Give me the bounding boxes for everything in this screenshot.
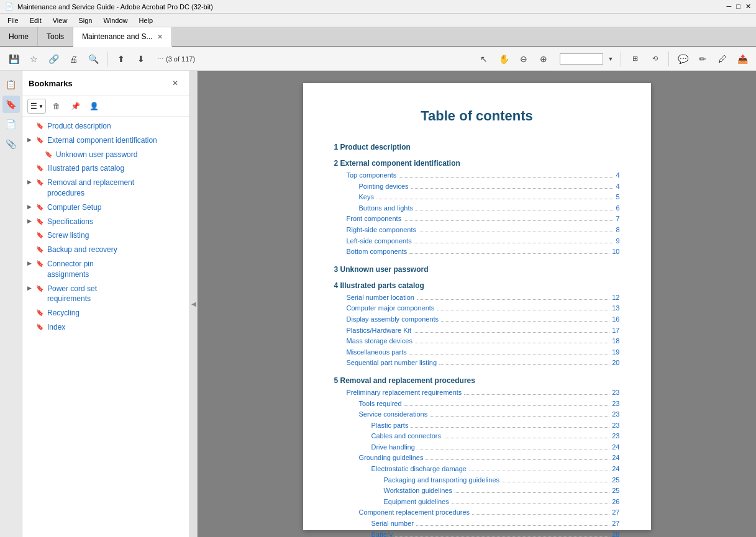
bookmarks-toolbar: ☰ ▼ 🗑 📌 👤 bbox=[22, 96, 189, 117]
toc-entry-toc-section-5-entries-2: Service considerations23 bbox=[334, 409, 620, 420]
rotate-button[interactable]: ⟲ bbox=[646, 50, 663, 68]
menu-window[interactable]: Window bbox=[98, 16, 132, 25]
print-button[interactable]: 🖨 bbox=[65, 50, 82, 68]
expand-arrow-backup[interactable] bbox=[27, 246, 36, 252]
bookmark-add-button[interactable]: ☆ bbox=[25, 50, 42, 68]
search-button[interactable]: 🔍 bbox=[84, 50, 102, 68]
expand-arrow-illustrated[interactable] bbox=[27, 165, 36, 171]
bookmark-new-button[interactable]: 📌 bbox=[67, 99, 83, 114]
toc-label: Component replacement procedures bbox=[359, 507, 470, 518]
expand-arrow-index[interactable] bbox=[27, 323, 36, 330]
tab-home[interactable]: Home bbox=[0, 27, 38, 46]
hand-tool-button[interactable]: ✋ bbox=[495, 50, 512, 68]
tab-tools[interactable]: Tools bbox=[38, 27, 73, 46]
expand-arrow-recycling[interactable] bbox=[27, 309, 36, 315]
toc-dots bbox=[437, 310, 609, 310]
toc-page: 23 bbox=[612, 431, 619, 442]
tab-document[interactable]: Maintenance and S... ✕ bbox=[73, 27, 172, 47]
bookmarks-close-button[interactable]: ✕ bbox=[167, 76, 183, 91]
menu-edit[interactable]: Edit bbox=[25, 16, 47, 25]
expand-arrow-power[interactable]: ▶ bbox=[27, 285, 36, 291]
menu-view[interactable]: View bbox=[48, 16, 73, 25]
menu-sign[interactable]: Sign bbox=[73, 16, 97, 25]
expand-arrow-screw[interactable] bbox=[27, 232, 36, 238]
bookmark-screw[interactable]: 🔖 Screw listing bbox=[22, 228, 189, 243]
toc-page: 23 bbox=[612, 387, 619, 399]
bookmark-recycling[interactable]: 🔖 Recycling bbox=[22, 306, 189, 320]
comment-button[interactable]: 💬 bbox=[674, 50, 691, 68]
expand-arrow-specs[interactable]: ▶ bbox=[27, 218, 36, 224]
bookmark-power-cord[interactable]: ▶ 🔖 Power cord setrequirements bbox=[22, 282, 189, 307]
bookmark-removal[interactable]: ▶ 🔖 Removal and replacementprocedures bbox=[22, 176, 189, 201]
cursor-tool-button[interactable]: ↖ bbox=[475, 50, 493, 68]
toc-dots bbox=[416, 210, 613, 210]
zoom-in-button[interactable]: ⊕ bbox=[535, 50, 552, 68]
bookmark-computer-setup[interactable]: ▶ 🔖 Computer Setup bbox=[22, 201, 189, 215]
zoom-input[interactable]: 66.7% bbox=[560, 53, 603, 65]
bookmark-delete-button[interactable]: 🗑 bbox=[48, 99, 65, 114]
bookmark-connector[interactable]: ▶ 🔖 Connector pinassignments bbox=[22, 257, 189, 282]
toc-label: Drive handling bbox=[371, 442, 415, 453]
prev-page-button[interactable]: ⬆ bbox=[112, 50, 130, 68]
bookmark-icon-connector: 🔖 bbox=[36, 260, 45, 267]
next-page-button[interactable]: ⬇ bbox=[132, 50, 150, 68]
bookmark-search-button[interactable]: 👤 bbox=[86, 99, 102, 114]
sidebar-icon-bookmarks[interactable]: 🔖 bbox=[2, 96, 20, 113]
bookmark-index[interactable]: 🔖 Index bbox=[22, 320, 189, 335]
expand-arrow-connector[interactable]: ▶ bbox=[27, 260, 36, 266]
bookmark-backup[interactable]: 🔖 Backup and recovery bbox=[22, 243, 189, 257]
menu-file[interactable]: File bbox=[2, 16, 24, 25]
sidebar-icon-pages[interactable]: 📄 bbox=[2, 115, 20, 133]
tab-bar: Home Tools Maintenance and S... ✕ bbox=[0, 27, 756, 47]
toc-page: 27 bbox=[612, 518, 619, 530]
maximize-btn[interactable]: □ bbox=[736, 2, 740, 11]
bookmark-unknown-pwd[interactable]: 🔖 Unknown user password bbox=[22, 148, 189, 162]
toc-entry-toc-section-5-entries-5: Drive handling24 bbox=[334, 442, 620, 453]
expand-arrow-removal[interactable]: ▶ bbox=[27, 179, 36, 185]
bookmark-product-desc[interactable]: 🔖 Product description bbox=[22, 119, 189, 133]
save-button[interactable]: 💾 bbox=[5, 50, 22, 68]
toolbar-sep-1 bbox=[107, 52, 107, 66]
close-btn[interactable]: ✕ bbox=[745, 2, 751, 11]
attach-button[interactable]: 🔗 bbox=[45, 50, 62, 68]
menu-help[interactable]: Help bbox=[134, 16, 158, 25]
toc-dots bbox=[419, 232, 613, 232]
toolbar: 💾 ☆ 🔗 🖨 🔍 ⬆ ⬇ ⋯ (3 of 117) ↖ ✋ ⊖ ⊕ 66.7%… bbox=[0, 47, 756, 71]
toc-entry-toc-section-2-entries-6: Left-side components9 bbox=[334, 236, 620, 247]
pdf-area[interactable]: Table of contents 1 Product description … bbox=[198, 71, 756, 537]
zoom-dropdown-button[interactable]: ▼ bbox=[606, 50, 616, 68]
bookmarks-menu-dropdown[interactable]: ☰ ▼ bbox=[27, 99, 46, 114]
app-icon: 📄 bbox=[5, 2, 14, 11]
toc-page: 7 bbox=[616, 214, 619, 225]
bookmark-external-comp[interactable]: ▶ 🔖 External component identification bbox=[22, 133, 189, 148]
toc-label: Serial number bbox=[371, 518, 414, 530]
pen-button[interactable]: ✏ bbox=[694, 50, 711, 68]
share-button[interactable]: 📤 bbox=[734, 50, 751, 68]
toc-page: 24 bbox=[612, 453, 619, 464]
fit-page-button[interactable]: ⊞ bbox=[626, 50, 644, 68]
toc-dots bbox=[439, 364, 609, 365]
pdf-page: Table of contents 1 Product description … bbox=[303, 83, 651, 530]
toc-entry-toc-section-5-entries-0: Preliminary replacement requirements23 bbox=[334, 387, 620, 399]
toc-label: Preliminary replacement requirements bbox=[347, 387, 462, 399]
bookmark-illustrated[interactable]: 🔖 Illustrated parts catalog bbox=[22, 161, 189, 176]
toc-entry-toc-section-5-entries-7: Electrostatic discharge damage24 bbox=[334, 464, 620, 475]
tab-close-icon[interactable]: ✕ bbox=[157, 33, 163, 41]
bookmark-label-index: Index bbox=[47, 322, 65, 333]
expand-arrow-product[interactable] bbox=[27, 122, 36, 129]
collapse-handle[interactable]: ◀ bbox=[190, 71, 198, 537]
sidebar-icon-attachments[interactable]: 📎 bbox=[2, 135, 20, 153]
toc-label: Cables and connectors bbox=[371, 431, 442, 442]
sidebar-icon-tools[interactable]: 📋 bbox=[2, 76, 20, 93]
bookmark-specs[interactable]: ▶ 🔖 Specifications bbox=[22, 215, 189, 229]
expand-arrow-setup[interactable]: ▶ bbox=[27, 204, 36, 210]
zoom-out-button[interactable]: ⊖ bbox=[515, 50, 532, 68]
toc-title: Table of contents bbox=[334, 108, 620, 124]
highlight-button[interactable]: 🖊 bbox=[714, 50, 731, 68]
toc-dots bbox=[444, 438, 609, 438]
bookmarks-menu-icon: ☰ bbox=[30, 102, 37, 111]
bookmarks-list: 🔖 Product description ▶ 🔖 External compo… bbox=[22, 117, 189, 537]
expand-arrow-external[interactable]: ▶ bbox=[27, 137, 36, 143]
minimize-btn[interactable]: ─ bbox=[727, 2, 732, 11]
expand-arrow-pwd[interactable] bbox=[36, 151, 45, 157]
